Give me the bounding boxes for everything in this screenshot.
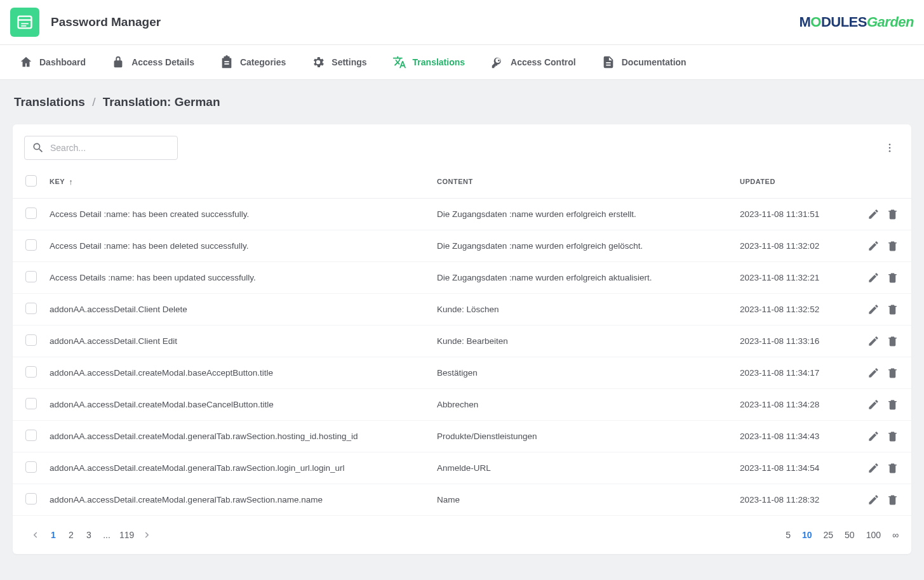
edit-button[interactable] <box>867 208 880 221</box>
nav-item-settings[interactable]: Settings <box>298 45 379 79</box>
nav-label: Documentation <box>622 57 686 67</box>
pencil-icon <box>867 240 880 252</box>
breadcrumb-current: Translation: German <box>103 95 220 109</box>
table-row: addonAA.accessDetail.Client EditKunde: B… <box>13 326 911 357</box>
home-icon <box>19 55 33 69</box>
nav-item-access-details[interactable]: Access Details <box>98 45 207 79</box>
page-prev-button[interactable] <box>25 526 44 544</box>
nav-label: Dashboard <box>39 57 86 67</box>
delete-button[interactable] <box>886 335 899 348</box>
table-row: addonAA.accessDetail.createModal.baseCan… <box>13 389 911 421</box>
edit-button[interactable] <box>867 399 880 411</box>
doc-icon <box>601 55 615 69</box>
edit-button[interactable] <box>867 335 880 348</box>
cell-updated: 2023-11-08 11:31:51 <box>733 199 854 230</box>
pencil-icon <box>867 399 880 411</box>
page-button[interactable]: 1 <box>44 526 62 544</box>
breadcrumb-root[interactable]: Translations <box>14 95 85 109</box>
page-button[interactable]: 2 <box>62 526 80 544</box>
table-row: addonAA.accessDetail.createModal.baseAcc… <box>13 357 911 389</box>
row-checkbox[interactable] <box>25 398 37 409</box>
search-input[interactable] <box>24 136 178 160</box>
translate-icon <box>392 55 406 69</box>
column-header-updated[interactable]: UPDATED <box>733 165 854 199</box>
edit-button[interactable] <box>867 303 880 316</box>
cell-content: Abbrechen <box>431 389 733 421</box>
delete-button[interactable] <box>886 399 899 411</box>
cell-updated: 2023-11-08 11:32:52 <box>733 294 854 326</box>
pencil-icon <box>867 462 880 474</box>
trash-icon <box>887 367 899 379</box>
brand-logo: MODULESGarden <box>799 14 914 30</box>
cell-updated: 2023-11-08 11:34:43 <box>733 421 854 452</box>
cell-key: Access Details :name: has been updated s… <box>43 262 431 294</box>
translations-card: KEY↑ CONTENT UPDATED Access Detail :name… <box>13 124 911 554</box>
app-logo <box>10 8 39 37</box>
nav-item-access-control[interactable]: Access Control <box>478 45 589 79</box>
nav-label: Settings <box>331 57 366 67</box>
page-size-option[interactable]: 100 <box>866 530 881 540</box>
page-size-option[interactable]: 25 <box>824 530 834 540</box>
navbar: DashboardAccess DetailsCategoriesSetting… <box>0 45 924 80</box>
cell-updated: 2023-11-08 11:32:02 <box>733 230 854 262</box>
pencil-icon <box>867 335 880 347</box>
page-button[interactable]: 3 <box>80 526 98 544</box>
delete-button[interactable] <box>886 430 899 443</box>
page-button[interactable]: 119 <box>116 526 138 544</box>
cell-updated: 2023-11-08 11:34:28 <box>733 389 854 421</box>
delete-button[interactable] <box>886 240 899 253</box>
delete-button[interactable] <box>886 208 899 221</box>
cell-key: addonAA.accessDetail.createModal.general… <box>43 421 431 452</box>
table-row: addonAA.accessDetail.createModal.general… <box>13 452 911 484</box>
cell-key: addonAA.accessDetail.Client Edit <box>43 326 431 357</box>
more-menu-button[interactable] <box>880 138 900 158</box>
column-header-key[interactable]: KEY↑ <box>43 165 431 199</box>
nav-item-dashboard[interactable]: Dashboard <box>6 45 98 79</box>
page-size-option[interactable]: 50 <box>845 530 855 540</box>
row-checkbox[interactable] <box>25 430 37 441</box>
select-all-checkbox[interactable] <box>25 175 37 187</box>
trash-icon <box>887 494 899 506</box>
edit-button[interactable] <box>867 462 880 475</box>
table-row: addonAA.accessDetail.createModal.general… <box>13 484 911 516</box>
delete-button[interactable] <box>886 303 899 316</box>
delete-button[interactable] <box>886 367 899 379</box>
page-next-button[interactable] <box>138 526 157 544</box>
cell-content: Produkte/Dienstleistungen <box>431 421 733 452</box>
nav-item-documentation[interactable]: Documentation <box>589 45 699 79</box>
pagination: 123...119 5102550100∞ <box>13 516 911 554</box>
cell-updated: 2023-11-08 11:34:17 <box>733 357 854 389</box>
edit-button[interactable] <box>867 430 880 443</box>
delete-button[interactable] <box>886 462 899 475</box>
edit-button[interactable] <box>867 367 880 379</box>
pencil-icon <box>867 303 880 315</box>
edit-button[interactable] <box>867 240 880 253</box>
nav-label: Access Details <box>131 57 194 67</box>
page-size-option[interactable]: ∞ <box>892 530 899 540</box>
row-checkbox[interactable] <box>25 303 37 314</box>
row-checkbox[interactable] <box>25 493 37 504</box>
breadcrumb-sep: / <box>92 95 95 109</box>
row-checkbox[interactable] <box>25 239 37 251</box>
delete-button[interactable] <box>886 494 899 506</box>
row-checkbox[interactable] <box>25 208 37 219</box>
row-checkbox[interactable] <box>25 461 37 473</box>
cell-updated: 2023-11-08 11:28:32 <box>733 484 854 516</box>
nav-item-translations[interactable]: Translations <box>380 45 478 79</box>
trash-icon <box>887 462 899 474</box>
page-size-option[interactable]: 5 <box>786 530 791 540</box>
row-checkbox[interactable] <box>25 271 37 282</box>
cell-key: Access Detail :name: has been deleted su… <box>43 230 431 262</box>
row-checkbox[interactable] <box>25 366 37 378</box>
cell-content: Bestätigen <box>431 357 733 389</box>
column-header-content[interactable]: CONTENT <box>431 165 733 199</box>
nav-item-categories[interactable]: Categories <box>207 45 298 79</box>
edit-button[interactable] <box>867 494 880 506</box>
trash-icon <box>887 335 899 347</box>
sort-arrow-icon: ↑ <box>69 177 73 187</box>
table-row: addonAA.accessDetail.Client DeleteKunde:… <box>13 294 911 326</box>
row-checkbox[interactable] <box>25 334 37 346</box>
page-size-option[interactable]: 10 <box>802 530 812 540</box>
delete-button[interactable] <box>886 272 899 284</box>
edit-button[interactable] <box>867 272 880 284</box>
